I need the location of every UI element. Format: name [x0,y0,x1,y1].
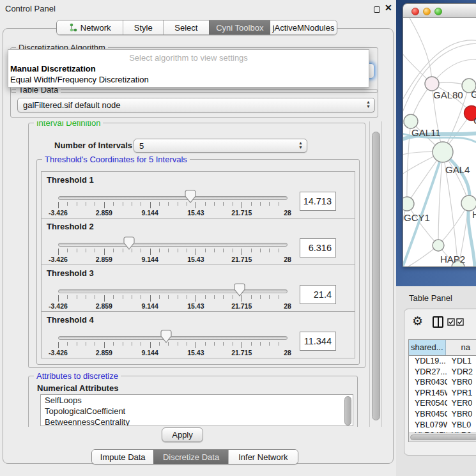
checkbox-icon[interactable] [447,318,455,326]
combo-arrows-icon: ▲▼ [298,141,303,150]
network-node[interactable] [433,240,444,251]
threshold-slider[interactable]: -3.4262.8599.14415.4321.71528 [58,289,288,293]
table-row[interactable]: YPR145W YPR1 [409,388,476,399]
network-view-window: GAL80GACGAL11GAL4GCY1HHAP2 [403,3,476,267]
panel-vertical-scrollbar[interactable] [369,121,382,427]
network-window-titlebar[interactable] [403,4,476,18]
cell-name[interactable]: YPR1 [447,388,476,399]
slider-track[interactable] [58,196,288,200]
tab-jactivemnodules[interactable]: jActiveMNodules [270,20,337,35]
minimize-traffic-light[interactable] [423,8,431,15]
number-of-intervals-combo[interactable]: 5 ▲▼ [134,139,307,153]
slider-handle[interactable] [160,330,172,344]
cell-shared-name[interactable]: YBR043C [409,377,447,388]
tab-discretize-data[interactable]: Discretize Data [153,450,227,464]
column-header-name[interactable]: na [446,340,476,355]
network-canvas[interactable]: GAL80GACGAL11GAL4GCY1HHAP2 [403,18,476,267]
number-of-intervals-value: 5 [139,141,144,151]
table-panel-region: Table Panel ⚙ shared... na YDL19... YDL1… [396,286,476,476]
cell-shared-name[interactable]: YBR045C [409,409,447,420]
algorithm-option-manual[interactable]: Manual Discretization [10,64,367,75]
algorithm-option-equal-width[interactable]: Equal Width/Frequency Discretization [10,75,367,86]
apply-button[interactable]: Apply [162,427,203,442]
slider-major-ticks [58,342,288,348]
cell-name[interactable]: YER0 [447,398,476,409]
cell-name[interactable]: YDR2 [447,367,476,378]
table-row[interactable]: YDL19... YDL1 [409,356,476,367]
threshold-slider[interactable]: -3.4262.8599.14415.4321.71528 [58,336,288,340]
network-node-label: GA [471,89,476,100]
scale-label: 15.43 [187,209,204,217]
scale-label: 28 [284,302,291,310]
scale-label: -3.426 [49,209,68,217]
table-row[interactable]: YBL079W YBL0 [409,420,476,431]
panel-scrollbar-thumb[interactable] [372,132,380,420]
list-scrollbar-thumb[interactable] [344,396,351,426]
tab-cyni-toolbox[interactable]: Cyni Toolbox [209,20,270,35]
table-data-combo[interactable]: galFiltered.sif default node ▲▼ [17,98,375,112]
gear-icon[interactable]: ⚙ [412,315,423,327]
threshold-value[interactable]: 21.4 [300,285,336,304]
panel-title: Control Panel [5,4,56,13]
tab-network-label: Network [81,23,111,33]
network-node[interactable] [404,114,418,128]
scale-label: 28 [284,256,291,263]
control-panel-titlebar: Control Panel ✕ [0,0,396,17]
attribute-item[interactable]: TopologicalCoefficient [41,406,353,417]
numerical-attributes-list[interactable]: SelfLoops TopologicalCoefficient Between… [40,394,353,426]
network-node[interactable] [433,142,453,162]
cell-name[interactable]: YBR0 [447,409,476,420]
tab-impute-data[interactable]: Impute Data [92,450,153,464]
cell-shared-name[interactable]: YER054C [409,398,447,409]
threshold-label: Threshold 1 [47,175,94,185]
table-horizontal-scrollbar[interactable] [409,433,476,441]
cell-name[interactable]: YBL0 [447,420,476,431]
cell-name[interactable]: YIL0 [447,441,476,442]
table-row[interactable]: YIL052C YIL0 [409,441,476,442]
table-hscrollbar-thumb[interactable] [410,434,476,440]
table-panel: ⚙ shared... na YDL19... YDL1 YDR27... YD… [404,309,476,456]
zoom-traffic-light[interactable] [434,8,442,15]
threshold-value[interactable]: 14.713 [300,192,336,211]
close-icon[interactable]: ✕ [385,3,392,13]
tab-select[interactable]: Select [163,20,209,35]
cell-shared-name[interactable]: YDR27... [409,367,447,378]
tab-infer-network[interactable]: Infer Network [228,450,298,464]
column-header-shared-name[interactable]: shared... [409,340,446,355]
cyni-bottom-tabs: Impute Data Discretize Data Infer Networ… [91,449,298,464]
tab-style[interactable]: Style [123,20,163,35]
checkbox-icon[interactable] [456,318,464,326]
cell-name[interactable]: YDL1 [447,356,476,367]
cell-shared-name[interactable]: YPR145W [409,388,447,399]
slider-handle[interactable] [185,190,196,204]
tab-network[interactable]: Network [57,20,123,35]
threshold-label: Threshold 3 [47,268,94,278]
close-traffic-light[interactable] [411,8,419,15]
threshold-slider[interactable]: -3.4262.8599.14415.4321.71528 [58,243,288,247]
threshold-value[interactable]: 11.344 [300,332,336,351]
cell-shared-name[interactable]: YIL052C [409,441,447,442]
column-view-icon[interactable] [433,316,443,328]
scale-label: 2.859 [96,349,112,357]
cell-shared-name[interactable]: YDL19... [409,356,447,367]
slider-track[interactable] [58,243,288,247]
slider-track[interactable] [58,289,288,293]
interval-definition-title: Interval Definition [34,121,103,128]
slider-handle[interactable] [123,236,135,250]
scale-label: 21.715 [231,209,252,217]
table-row[interactable]: YBR043C YBR0 [409,377,476,388]
attribute-item[interactable]: SelfLoops [41,395,353,406]
attribute-item[interactable]: BetweennessCentrality [41,417,353,426]
network-node[interactable] [403,197,414,211]
float-window-icon[interactable] [374,6,380,13]
threshold-slider[interactable]: -3.4262.8599.14415.4321.71528 [58,196,288,200]
slider-handle[interactable] [234,283,245,297]
cell-shared-name[interactable]: YBL079W [409,420,447,431]
network-node[interactable] [425,77,439,91]
table-row[interactable]: YBR045C YBR0 [409,409,476,420]
slider-track[interactable] [58,336,288,340]
threshold-value[interactable]: 6.316 [300,238,336,257]
table-row[interactable]: YDR27... YDR2 [409,367,476,378]
table-row[interactable]: YER054C YER0 [409,398,476,409]
cell-name[interactable]: YBR0 [447,377,476,388]
